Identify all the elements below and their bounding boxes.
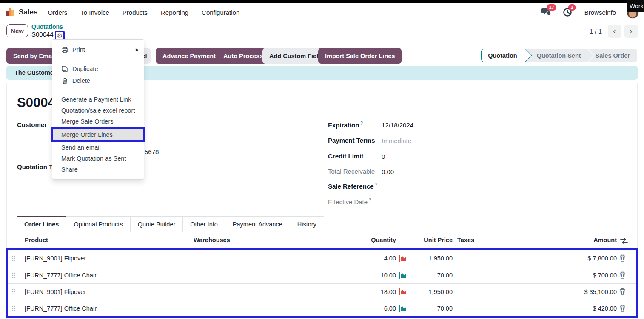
order-line-row[interactable]: [FURN_9001] Flipover 4.00 1,950.00 $ 7,8…: [8, 250, 636, 267]
sales-app-icon[interactable]: [6, 8, 14, 17]
customer-phone-fragment: 5678: [145, 148, 159, 155]
breadcrumb-quotations-link[interactable]: Quotations: [31, 23, 65, 31]
quantity-cell[interactable]: 4.00: [332, 250, 396, 266]
amount-cell: $ 7,800.00: [532, 250, 617, 266]
new-button[interactable]: New: [6, 24, 28, 37]
delete-row-icon[interactable]: [619, 271, 626, 279]
menu-item-delete[interactable]: Delete: [52, 75, 144, 87]
forecast-chart-icon[interactable]: [399, 272, 407, 279]
status-step-quotation-sent[interactable]: Quotation Sent: [526, 49, 588, 62]
breadcrumb-current: S00044: [31, 31, 54, 38]
order-line-row[interactable]: [FURN_7777] Office Chair 10.00 70.00 $ 7…: [8, 267, 636, 283]
status-step-sales-order[interactable]: Sales Order: [588, 49, 637, 62]
order-lines-header: Product Warehouses Quantity Unit Price T…: [6, 234, 638, 248]
quantity-cell[interactable]: 6.00: [332, 300, 396, 316]
product-cell[interactable]: [FURN_7777] Office Chair: [25, 267, 97, 283]
menu-item-merge-order-lines[interactable]: Merge Order Lines: [51, 127, 145, 142]
unit-price-cell[interactable]: 70.00: [412, 267, 453, 283]
delete-row-icon[interactable]: [619, 288, 626, 295]
menu-separator: [52, 59, 144, 59]
duplicate-icon: [61, 66, 68, 72]
menu-item-generate-payment-link[interactable]: Generate a Payment Link: [52, 94, 144, 105]
tab-other-info[interactable]: Other Info: [183, 216, 225, 232]
pager: 1 / 1 ‹ ›: [590, 25, 638, 38]
order-lines-highlight-box: [FURN_9001] Flipover 4.00 1,950.00 $ 7,8…: [6, 248, 638, 318]
menu-configuration[interactable]: Configuration: [202, 9, 239, 16]
help-icon: ?: [360, 121, 363, 126]
header-unit-price[interactable]: Unit Price: [404, 237, 453, 243]
menu-to-invoice[interactable]: To Invoice: [80, 9, 109, 16]
app-name[interactable]: Sales: [19, 8, 37, 17]
unit-price-cell[interactable]: 1,950.00: [412, 250, 453, 266]
status-step-quotation[interactable]: Quotation: [481, 49, 525, 62]
unit-price-cell[interactable]: 1,950.00: [412, 284, 453, 300]
header-taxes[interactable]: Taxes: [457, 237, 474, 243]
menu-item-print[interactable]: Print ▶: [52, 44, 144, 56]
delete-row-icon[interactable]: [619, 254, 626, 262]
drag-handle-icon[interactable]: [12, 289, 15, 295]
submenu-arrow-icon: ▶: [136, 48, 139, 52]
payment-terms-value[interactable]: Immediate: [382, 137, 411, 144]
drag-handle-icon[interactable]: [12, 272, 15, 278]
messages-icon[interactable]: 17: [541, 7, 552, 17]
quantity-cell[interactable]: 18.00: [332, 284, 396, 300]
menu-item-mark-quotation-as-sent[interactable]: Mark Quotation as Sent: [52, 153, 144, 164]
breadcrumb: Quotations S00044⚙: [31, 23, 65, 40]
advance-payment-button[interactable]: Advance Payment: [156, 48, 222, 64]
product-cell[interactable]: [FURN_9001] Flipover: [25, 284, 86, 300]
drag-handle-icon[interactable]: [12, 305, 15, 311]
menu-item-quotation-sale-excel-report[interactable]: Quotation/sale excel report: [52, 105, 144, 116]
notebook-tabs: Order Lines Optional Products Quote Buil…: [17, 216, 324, 232]
forecast-chart-icon[interactable]: [399, 288, 407, 295]
header-warehouses[interactable]: Warehouses: [194, 237, 230, 243]
header-quantity[interactable]: Quantity: [332, 237, 396, 243]
import-sale-order-lines-button[interactable]: Import Sale Order Lines: [318, 48, 402, 64]
drag-handle-icon[interactable]: [12, 255, 15, 261]
pager-prev-button[interactable]: ‹: [608, 25, 621, 38]
sale-reference-label: Sale Reference?: [328, 182, 377, 190]
expiration-value[interactable]: 12/18/2024: [382, 121, 413, 129]
order-line-row[interactable]: [FURN_9001] Flipover 18.00 1,950.00 $ 35…: [8, 283, 636, 300]
header-amount[interactable]: Amount: [553, 237, 617, 243]
menu-item-duplicate[interactable]: Duplicate: [52, 63, 144, 75]
expiration-label: Expiration?: [328, 121, 363, 129]
menu-orders[interactable]: Orders: [48, 9, 67, 16]
pager-count: 1 / 1: [590, 28, 602, 35]
product-cell[interactable]: [FURN_7777] Office Chair: [25, 300, 97, 316]
activities-clock-icon[interactable]: 2: [563, 7, 574, 17]
total-receivable-label: Total Receivable: [328, 168, 375, 175]
menu-products[interactable]: Products: [123, 9, 148, 16]
user-name[interactable]: Browseinfo: [584, 9, 616, 16]
tab-payment-advance[interactable]: Payment Advance: [225, 216, 290, 232]
menu-item-merge-sale-orders[interactable]: Merge Sale Orders: [52, 116, 144, 127]
unit-price-cell[interactable]: 70.00: [412, 300, 453, 316]
top-navbar: Sales Orders To Invoice Products Reporti…: [0, 3, 644, 21]
forecast-chart-icon[interactable]: [399, 255, 407, 262]
help-icon: ?: [375, 182, 378, 187]
tooltip-work: Work: [627, 0, 644, 12]
forecast-chart-icon[interactable]: [399, 305, 407, 312]
tab-order-lines[interactable]: Order Lines: [17, 216, 66, 232]
help-icon: ?: [369, 198, 371, 203]
printer-icon: [61, 47, 68, 53]
payment-terms-label: Payment Terms: [328, 137, 375, 144]
quantity-cell[interactable]: 10.00: [332, 267, 396, 283]
auto-process-button[interactable]: Auto Process: [217, 48, 270, 64]
menu-item-share[interactable]: Share: [52, 164, 144, 175]
header-product[interactable]: Product: [25, 237, 48, 243]
tabs-underline: [6, 232, 638, 232]
effective-date-label: Effective Date?: [328, 198, 371, 206]
menu-item-send-an-email[interactable]: Send an email: [52, 142, 144, 153]
menu-reporting[interactable]: Reporting: [161, 9, 188, 16]
delete-row-icon[interactable]: [619, 305, 626, 312]
credit-limit-value[interactable]: 0: [382, 153, 385, 160]
tab-quote-builder[interactable]: Quote Builder: [131, 216, 183, 232]
pager-next-button[interactable]: ›: [624, 25, 638, 38]
optional-columns-icon[interactable]: [620, 237, 628, 244]
tab-optional-products[interactable]: Optional Products: [66, 216, 130, 232]
order-line-row[interactable]: [FURN_7777] Office Chair 6.00 70.00 $ 42…: [8, 300, 636, 316]
product-cell[interactable]: [FURN_9001] Flipover: [25, 250, 86, 266]
gear-icon: ⚙: [57, 32, 63, 39]
tab-history[interactable]: History: [290, 216, 324, 232]
amount-cell: $ 35,100.00: [532, 284, 617, 300]
